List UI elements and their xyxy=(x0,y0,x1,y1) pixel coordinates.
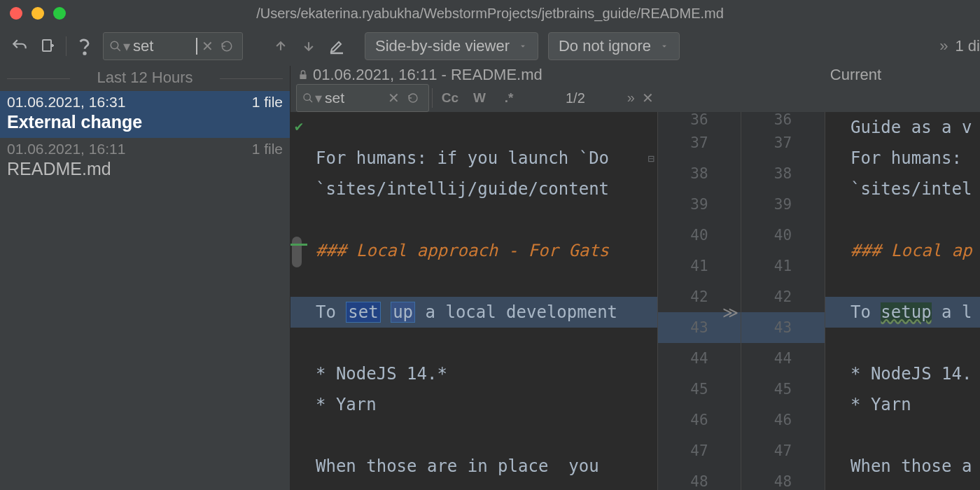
code-line: To set up a local development xyxy=(290,297,657,328)
code-line: When those are in place you xyxy=(290,451,657,482)
viewer-mode-label: Side-by-side viewer xyxy=(375,37,510,55)
left-gutter: 36373839404142434445464748 xyxy=(657,112,741,490)
code-line xyxy=(825,420,980,451)
history-file-count: 1 file xyxy=(252,141,283,158)
maximize-window-button[interactable] xyxy=(53,7,66,20)
code-line: To setup a l xyxy=(825,297,980,328)
left-pane-title: 01.06.2021, 16:11 - README.md xyxy=(313,66,542,84)
code-line xyxy=(290,328,657,358)
left-pane[interactable]: ✔ For humans: if you launch `Do⊟`sites/i… xyxy=(290,112,657,490)
regex-toggle[interactable]: .* xyxy=(494,85,524,111)
svg-point-2 xyxy=(111,41,118,49)
code-line: `sites/intellij/guide/content xyxy=(290,174,657,204)
history-item[interactable]: 01.06.2021, 16:11 1 file README.md xyxy=(0,138,290,185)
code-line: `sites/intel xyxy=(825,174,980,204)
code-line: * Yarn xyxy=(290,389,657,420)
find-text: set xyxy=(325,90,384,106)
search-icon xyxy=(109,40,122,52)
window-title: /Users/ekaterina.ryabukha/WebstormProjec… xyxy=(256,6,724,22)
words-toggle[interactable]: W xyxy=(465,85,494,111)
history-file-count: 1 file xyxy=(252,94,283,111)
ignore-mode-label: Do not ignore xyxy=(559,37,651,55)
history-timestamp: 01.06.2021, 16:31 xyxy=(7,94,125,111)
code-line: * NodeJS 14.* xyxy=(290,358,657,389)
next-diff-button[interactable] xyxy=(295,32,323,60)
right-gutter: 36373839404142434445464748 xyxy=(741,112,825,490)
code-line: When those a xyxy=(825,451,980,482)
change-marker xyxy=(290,244,307,246)
lock-icon xyxy=(298,69,309,81)
find-input[interactable]: ▾ set ✕ xyxy=(296,84,429,112)
match-case-toggle[interactable]: Cc xyxy=(435,85,465,111)
svg-rect-3 xyxy=(300,74,306,79)
code-line: * Yarn xyxy=(825,389,980,420)
viewer-mode-select[interactable]: Side-by-side viewer xyxy=(365,32,538,60)
code-line xyxy=(290,112,657,143)
code-line: For humans: if you launch `Do⊟ xyxy=(290,143,657,174)
history-search-input[interactable]: ▾ set ✕ xyxy=(103,32,243,60)
revert-button[interactable] xyxy=(6,32,34,60)
find-toolbar: ▾ set ✕ Cc W .* 1/2 » ✕ xyxy=(290,84,980,112)
titlebar: /Users/ekaterina.ryabukha/WebstormProjec… xyxy=(0,0,980,27)
clear-find-icon[interactable]: ✕ xyxy=(384,90,403,106)
right-pane-title: Current xyxy=(830,66,881,84)
code-line xyxy=(825,266,980,297)
history-label: External change xyxy=(7,112,283,132)
code-line xyxy=(290,204,657,235)
close-find-icon[interactable]: ✕ xyxy=(642,90,654,106)
code-line xyxy=(825,328,980,358)
code-line xyxy=(290,420,657,451)
chevron-down-icon xyxy=(518,37,528,55)
code-line xyxy=(825,204,980,235)
ignore-mode-select[interactable]: Do not ignore xyxy=(548,32,680,60)
create-patch-button[interactable] xyxy=(34,32,62,60)
history-timestamp: 01.06.2021, 16:11 xyxy=(7,141,125,158)
code-line: ### Local approach - For Gats xyxy=(290,235,657,266)
chevron-down-icon xyxy=(659,37,669,55)
minimize-window-button[interactable] xyxy=(31,7,44,20)
svg-rect-0 xyxy=(43,40,51,51)
divider xyxy=(66,36,66,56)
match-count: 1/2 xyxy=(566,90,585,106)
diff-header: 01.06.2021, 16:11 - README.md Current xyxy=(290,66,980,84)
search-icon xyxy=(302,92,314,104)
prev-diff-button[interactable] xyxy=(267,32,295,60)
history-section-header: Last 12 Hours xyxy=(0,66,290,91)
svg-point-1 xyxy=(84,52,86,55)
code-line xyxy=(290,266,657,297)
diff-area: 01.06.2021, 16:11 - README.md Current ▾ … xyxy=(290,66,980,490)
search-history-icon[interactable] xyxy=(217,40,237,52)
edit-source-button[interactable] xyxy=(323,32,351,60)
code-line: * NodeJS 14. xyxy=(825,358,980,389)
code-line: ### Local ap xyxy=(825,235,980,266)
history-search-text: set xyxy=(133,37,196,55)
svg-point-4 xyxy=(304,94,310,100)
history-label: README.md xyxy=(7,159,283,179)
code-line: For humans: xyxy=(825,143,980,174)
apply-change-button[interactable]: ≫ xyxy=(722,304,738,321)
clear-search-icon[interactable]: ✕ xyxy=(197,38,217,55)
close-window-button[interactable] xyxy=(10,7,22,20)
diff-body: ✔ For humans: if you launch `Do⊟`sites/i… xyxy=(290,112,980,490)
scrollbar-thumb[interactable] xyxy=(292,237,302,267)
next-occurrence-button[interactable]: » xyxy=(627,90,635,106)
main-toolbar: ▾ set ✕ Side-by-side viewer Do not ignor… xyxy=(0,27,980,66)
find-history-icon[interactable] xyxy=(403,92,423,104)
traffic-lights xyxy=(10,7,66,20)
right-pane[interactable]: Guide as a vFor humans: `sites/intel ###… xyxy=(825,112,980,490)
code-line: Guide as a v xyxy=(825,112,980,143)
inspection-ok-icon: ✔ xyxy=(295,118,303,134)
history-sidebar: Last 12 Hours 01.06.2021, 16:31 1 file E… xyxy=(0,66,290,490)
help-button[interactable] xyxy=(71,32,99,60)
diff-summary: »1 di xyxy=(939,37,980,55)
history-item[interactable]: 01.06.2021, 16:31 1 file External change xyxy=(0,91,290,138)
